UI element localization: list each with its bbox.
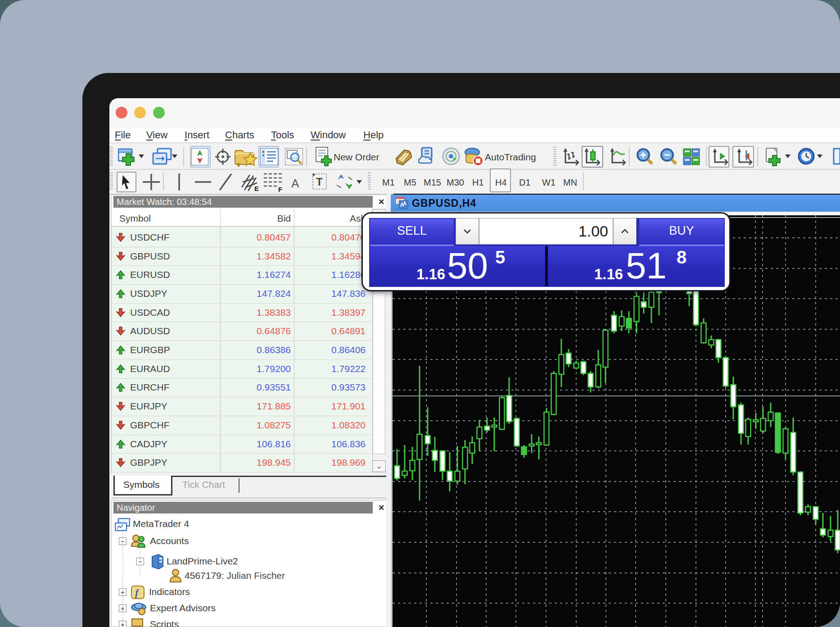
svg-text:F: F bbox=[278, 186, 282, 192]
svg-text:T: T bbox=[316, 176, 323, 188]
svg-text:E: E bbox=[254, 185, 259, 192]
